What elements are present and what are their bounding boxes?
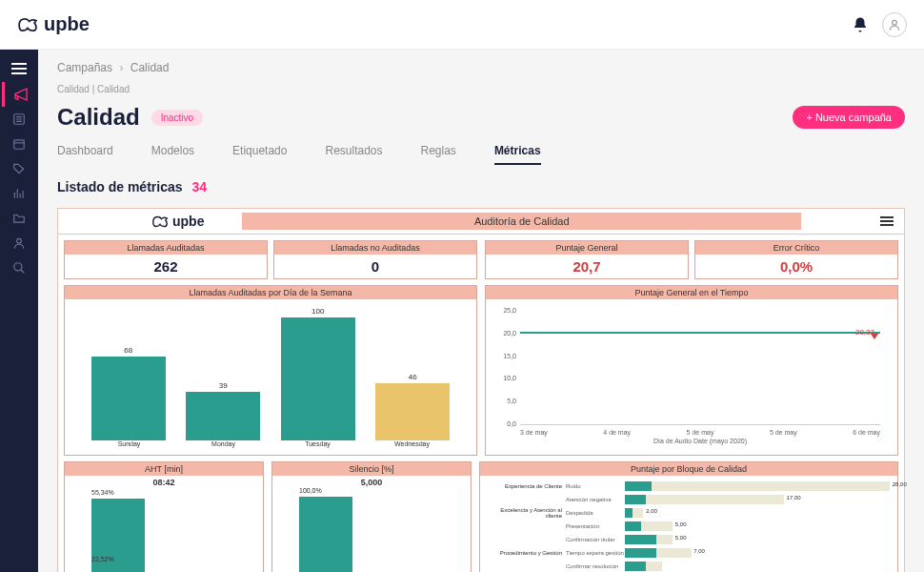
bar-value: 46	[409, 373, 417, 381]
page-title: Calidad	[57, 104, 140, 131]
tab-resultados[interactable]: Resultados	[325, 144, 382, 165]
chart-weekday: Llamadas Auditadas por Día de la Semana …	[64, 285, 477, 456]
tab-dashboard[interactable]: Dashboard	[57, 144, 113, 165]
score-fg-bar	[625, 521, 641, 531]
bar	[299, 497, 352, 572]
bar-value: 100	[311, 307, 324, 316]
sidebar-item-analytics[interactable]	[0, 181, 38, 206]
axis-label: Wednesday	[365, 440, 459, 447]
tab-modelos[interactable]: Modelos	[151, 144, 194, 165]
metric-count: 34	[191, 179, 207, 194]
chart-score-time: Puntaje General en el Tiempo 25,020,015,…	[485, 285, 898, 456]
y-tick: 15,0	[493, 353, 516, 359]
bar	[91, 357, 166, 440]
sidebar-item-users[interactable]	[0, 231, 38, 255]
chart-title: Puntaje General en el Tiempo	[486, 286, 897, 299]
y-tick: 5,0	[493, 398, 516, 404]
score-bg-bar	[625, 481, 890, 491]
score-fg-bar	[625, 548, 656, 558]
bar-label: 100,0%	[299, 487, 322, 494]
kpi-label: Llamadas no Auditadas	[274, 241, 476, 255]
dashboard-panel: upbe Auditoría de Calidad Llamadas Audit…	[57, 208, 905, 572]
sidebar-item-campaigns[interactable]	[2, 82, 37, 107]
bell-icon[interactable]	[852, 16, 869, 33]
x-tick: 5 de may	[770, 429, 797, 436]
kpi-value: 0	[274, 255, 476, 278]
score-fg-bar	[625, 508, 633, 518]
kpi-label: Llamadas Auditadas	[65, 241, 267, 255]
score-sub: Ruido	[566, 483, 625, 489]
chart-title: Puntaje por Bloque de Calidad	[480, 462, 897, 476]
triangle-icon	[871, 334, 878, 339]
section-subtitle: Listado de métricas 34	[57, 179, 905, 194]
hamburger-icon[interactable]	[0, 55, 38, 82]
score-row: Procedimiento y GestiónTiempo espera ges…	[488, 546, 890, 560]
main-content: Campañas › Calidad Calidad | Calidad Cal…	[38, 50, 924, 572]
kpi-value: 20,7	[486, 255, 688, 278]
bar-col: 100	[271, 307, 365, 440]
x-tick: 3 de may	[520, 429, 548, 436]
score-value: 5,00	[675, 535, 687, 541]
path-a: Calidad	[57, 84, 90, 94]
score-row: Atención negativa17,00	[488, 493, 890, 506]
tab-etiquetado[interactable]: Etiquetado	[232, 144, 287, 165]
sidebar-item-calendar[interactable]	[0, 132, 38, 156]
logo-icon	[17, 17, 38, 32]
score-category: Experiencia de Cliente	[488, 483, 566, 489]
tab-reglas[interactable]: Reglas	[421, 144, 456, 165]
sidebar-item-search[interactable]	[0, 255, 38, 280]
sidebar-item-folder[interactable]	[0, 206, 38, 231]
score-fg-bar	[625, 562, 646, 571]
y-tick: 10,0	[493, 375, 516, 381]
score-bars: 2,00	[625, 508, 890, 518]
score-category: Excelencia y Atención al cliente	[488, 507, 566, 519]
y-tick: 0,0	[493, 420, 516, 427]
kpi-value: 262	[65, 255, 267, 278]
kpi-label: Puntaje General	[486, 241, 688, 255]
score-bars: 7,00	[625, 548, 890, 558]
score-category: Procedimiento y Gestión	[488, 550, 566, 556]
breadcrumb: Campañas › Calidad	[57, 61, 905, 74]
breadcrumb-b[interactable]: Calidad	[131, 61, 170, 74]
sidebar-item-tag[interactable]	[0, 156, 38, 181]
chart-title: Silencio [%]	[272, 462, 471, 476]
chart-silence: Silencio [%] 5,000 100,0%	[271, 461, 472, 572]
brand-name: upbe	[44, 13, 90, 35]
chart-quality-block: Puntaje por Bloque de Calidad Experienci…	[479, 461, 898, 572]
tab-metricas[interactable]: Métricas	[494, 144, 541, 165]
x-axis-label: Día de Audio Date (mayo 2020)	[520, 438, 880, 444]
subtitle-text: Listado de métricas	[57, 179, 183, 194]
score-sub: Confirmación titular	[566, 537, 625, 542]
user-icon	[888, 18, 901, 31]
x-tick: 4 de may	[603, 429, 631, 436]
bar-label: 22,52%	[91, 556, 114, 562]
score-sub: Atención negativa	[566, 497, 625, 502]
sub-path: Calidad | Calidad	[57, 84, 905, 94]
axis-label: Tuesday	[271, 440, 365, 447]
bar-col: 68	[82, 307, 175, 440]
score-bars	[625, 562, 890, 571]
score-row: Confirmar resolución	[488, 560, 890, 572]
score-value: 7,00	[693, 548, 705, 554]
bar-col: 46	[367, 307, 460, 440]
kpi-audited: Llamadas Auditadas 262	[64, 240, 268, 279]
chart-aht: AHT [min] 08:42 55,34%22,52%	[64, 461, 264, 572]
score-bars: 5,00	[625, 535, 890, 544]
score-value: 2,00	[646, 508, 657, 514]
brand-logo[interactable]: upbe	[17, 13, 90, 35]
breadcrumb-a[interactable]: Campañas	[57, 61, 112, 74]
dashboard-menu-icon[interactable]	[877, 213, 896, 230]
score-value: 5,00	[675, 521, 687, 527]
sidebar-item-list[interactable]	[0, 107, 38, 132]
bar-value: 68	[124, 346, 132, 355]
svg-point-3	[17, 238, 22, 243]
user-avatar[interactable]	[882, 12, 907, 37]
bar	[281, 317, 355, 440]
chevron-right-icon: ›	[119, 61, 123, 74]
score-bg-bar	[625, 495, 784, 504]
y-tick: 20,0	[493, 330, 516, 337]
kpi-general-score: Puntaje General 20,7	[485, 240, 689, 279]
score-bars: 28,00	[625, 481, 890, 491]
new-campaign-button[interactable]: + Nueva campaña	[793, 106, 905, 129]
path-b: Calidad	[97, 84, 130, 94]
